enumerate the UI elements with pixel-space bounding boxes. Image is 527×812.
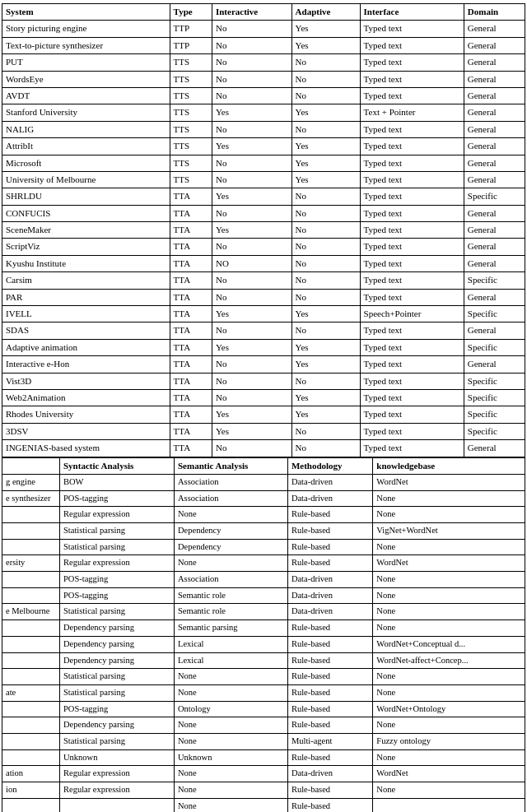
table-cell: Typed text [360,389,464,406]
table-cell: Carsim [2,272,170,289]
table-cell: ScriptViz [2,239,170,255]
table-cell: TTA [170,356,212,373]
table-cell: POS-tagging [60,572,175,588]
table-cell: TTA [170,440,212,457]
table-cell: No [212,239,291,255]
table-cell: IVELL [2,306,170,322]
table-row: SceneMakerTTAYesNoTyped textGeneral [2,222,525,239]
table-cell: No [212,71,291,87]
table-row: e MelbourneStatistical parsingSemantic r… [2,604,525,620]
table-cell: No [291,239,360,255]
table-cell: TTS [170,54,212,71]
table-cell: WordNet-affect+Concep... [373,652,525,669]
table-cell: Statistical parsing [60,604,175,620]
table-cell: Specific [464,188,525,205]
table-cell: Typed text [360,423,464,439]
table-cell: POS-tagging [60,490,175,507]
table-cell [2,572,60,588]
table-cell: Semantic role [174,587,287,604]
table-cell [2,620,60,637]
table-cell: No [212,272,291,289]
table-cell: POS-tagging [60,701,175,717]
table-cell: None [174,555,287,572]
table-row: IVELLTTAYesYesSpeech+PointerSpecific [2,306,525,322]
table-cell: TTS [170,121,212,137]
table-cell: Yes [291,37,360,53]
table-cell: Typed text [360,406,464,423]
table-cell: Typed text [360,205,464,221]
table-cell: Rule-based [287,782,372,799]
table-cell: None [373,669,525,685]
table-cell: General [464,205,525,221]
table-cell: TTA [170,322,212,339]
table-cell: VigNet+WordNet [373,523,525,540]
table-cell: TTS [170,155,212,171]
table-row: Web2AnimationTTANoYesTyped textSpecific [2,389,525,406]
table-cell: None [373,490,525,507]
table-cell: Typed text [360,138,464,155]
table-row: NoneRule-based [2,798,525,812]
table-row: Interactive e-HonTTANoYesTyped textGener… [2,356,525,373]
col-kb: knowledgebase [373,457,525,474]
table-cell: No [291,87,360,104]
table-cell: CONFUCIS [2,205,170,221]
table-cell: None [373,604,525,620]
table-cell: Typed text [360,373,464,389]
table-cell: Lexical [174,652,287,669]
table-cell: TTA [170,239,212,255]
table-cell: Rule-based [287,701,372,717]
table-cell: Data-driven [287,572,372,588]
table-cell: Rule-based [287,523,372,540]
table-cell: No [212,373,291,389]
table-row: PUTTTSNoNoTyped textGeneral [2,54,525,71]
table-row: Statistical parsingDependencyRule-basedV… [2,523,525,540]
table-cell: TTS [170,138,212,155]
table-cell: None [174,507,287,523]
table-cell: Yes [291,171,360,188]
table-cell: General [464,239,525,255]
table-cell: Specific [464,406,525,423]
table-row: g engineBOWAssociationData-drivenWordNet [2,474,525,490]
table-cell: Rule-based [287,555,372,572]
table-cell: WordsEye [2,71,170,87]
col-adaptive: Adaptive [291,4,360,21]
table-row: POS-taggingOntologyRule-basedWordNet+Ont… [2,701,525,717]
table-cell: Statistical parsing [60,539,175,555]
table-cell: Specific [464,306,525,322]
table-cell: Stanford University [2,104,170,121]
table-cell: Text-to-picture synthesizer [2,37,170,53]
table-cell: No [291,373,360,389]
table-cell: TTA [170,306,212,322]
table-cell: Rule-based [287,669,372,685]
table-cell: NO [212,255,291,271]
col-syntactic: Syntactic Analysis [60,457,175,474]
table-cell [60,798,175,812]
table-cell: Adaptive animation [2,339,170,355]
table-cell: TTS [170,87,212,104]
table-cell: TTA [170,423,212,439]
table-cell: None [174,766,287,782]
table-cell: No [291,121,360,137]
table-cell: Yes [212,222,291,239]
table-cell [2,636,60,652]
table-cell: General [464,37,525,53]
table-row: AVDTTTSNoNoTyped textGeneral [2,87,525,104]
table-cell: No [212,155,291,171]
table-cell: No [291,205,360,221]
table-cell: ate [2,684,60,701]
table-cell: Typed text [360,322,464,339]
table-cell: None [373,717,525,734]
table-cell: Yes [291,356,360,373]
table-cell [2,587,60,604]
table-row: Regular expressionNoneRule-basedNone [2,507,525,523]
table-cell: Dependency parsing [60,717,175,734]
table-cell: Specific [464,272,525,289]
table-cell: TTS [170,71,212,87]
table-cell: Dependency parsing [60,620,175,637]
table-cell: WordNet [373,555,525,572]
table-cell: Typed text [360,121,464,137]
table-row: MicrosoftTTSNoYesTyped textGeneral [2,155,525,171]
table-cell: Typed text [360,356,464,373]
table-row: 3DSVTTAYesNoTyped textSpecific [2,423,525,439]
table-cell: Typed text [360,87,464,104]
